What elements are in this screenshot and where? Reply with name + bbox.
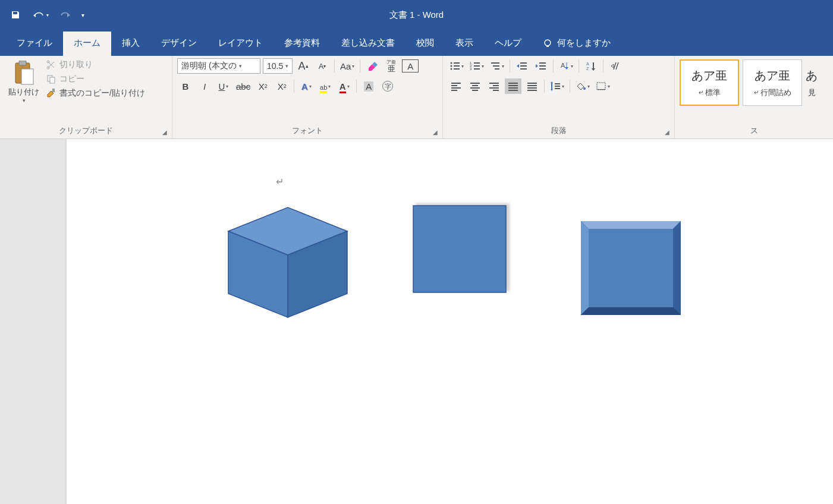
svg-text:A: A [586,62,589,66]
cut-button[interactable]: 切り取り [46,59,145,70]
tab-design[interactable]: デザイン [150,32,208,56]
svg-rect-47 [508,85,518,86]
svg-rect-39 [472,85,478,86]
clipboard-launcher[interactable]: ◢ [162,129,169,136]
tab-file[interactable]: ファイル [6,32,63,56]
distributed-button[interactable] [524,78,540,94]
copy-button[interactable]: コピー [46,74,145,84]
font-name-combo[interactable]: 游明朝 (本文の▾ [177,58,260,74]
tab-home[interactable]: ホーム [63,32,111,56]
svg-rect-34 [451,83,461,84]
tab-references[interactable]: 参考資料 [274,32,331,56]
sort-icon: AZ [586,61,596,71]
tell-me-label: 何をしますか [557,37,611,49]
text-effects-button[interactable]: A▾ [298,78,315,94]
ribbon: 貼り付け ▾ 切り取り コピー 書式のコピー/貼り付け クリップボード ◢ [0,56,833,139]
redo-button[interactable] [55,6,76,24]
change-case-button[interactable]: Aa▾ [338,58,356,74]
borders-button[interactable]: ▾ [594,78,612,94]
tab-mailings[interactable]: 差し込み文書 [331,32,406,56]
tab-help[interactable]: ヘルプ [484,32,532,56]
svg-rect-19 [474,65,480,67]
shape-square-bevel[interactable] [579,219,683,317]
text-direction-button[interactable]: A▾ [557,58,575,74]
line-spacing-button[interactable]: ▾ [548,78,566,94]
char-border-button[interactable]: A [402,59,419,73]
svg-rect-26 [520,65,527,67]
align-center-button[interactable] [467,78,483,94]
svg-rect-36 [451,87,461,89]
style-normal[interactable]: あア亜 ↵標準 [680,59,739,106]
bullets-button[interactable]: ▾ [448,58,466,74]
highlight-button[interactable]: ab▾ [317,78,334,94]
format-painter-button[interactable]: 書式のコピー/貼り付け [46,88,145,99]
enclose-char-button[interactable]: 字 [379,78,396,94]
italic-button[interactable]: I [196,78,213,94]
tab-insert[interactable]: 挿入 [111,32,150,56]
svg-rect-4 [21,69,33,84]
quick-access-toolbar: ▾ ▾ [0,6,90,24]
shading-button[interactable]: ▾ [574,78,592,94]
paste-label: 貼り付け [8,87,39,97]
svg-rect-41 [472,90,478,91]
group-label-styles: ス [680,123,828,137]
font-size-combo[interactable]: 10.5▾ [263,58,293,74]
svg-rect-43 [493,85,499,86]
save-button[interactable] [5,6,26,24]
font-color-button[interactable]: A▾ [336,78,353,94]
indent-icon [536,61,546,71]
window-title: 文書 1 - Word [389,10,444,21]
svg-text:3: 3 [470,67,472,71]
clear-formatting-button[interactable] [364,58,381,74]
align-justify-button[interactable] [505,78,521,94]
shape-cube[interactable] [222,196,353,320]
undo-button[interactable]: ▾ [30,6,51,24]
svg-rect-49 [508,90,518,91]
strikethrough-button[interactable]: abc [234,78,252,94]
lightbulb-icon [543,39,552,48]
text-direction-icon: A [559,61,570,71]
svg-rect-35 [451,85,457,86]
show-marks-button[interactable] [607,58,624,74]
svg-rect-15 [454,68,460,70]
underline-button[interactable]: U▾ [215,78,232,94]
svg-rect-21 [474,68,480,70]
paragraph-launcher[interactable]: ◢ [665,129,672,136]
svg-rect-17 [474,62,480,64]
svg-rect-29 [539,65,546,67]
paste-button[interactable]: 貼り付け ▾ [5,58,43,123]
char-shading-button[interactable]: A [360,78,377,94]
style-heading-partial[interactable]: あ 見 [806,59,818,106]
superscript-button[interactable]: X2 [274,78,290,94]
tab-review[interactable]: 校閲 [406,32,445,56]
tab-layout[interactable]: レイアウト [208,32,274,56]
decrease-indent-button[interactable] [514,58,530,74]
numbering-button[interactable]: 123▾ [468,58,486,74]
grow-font-button[interactable]: A▴ [295,58,312,74]
font-launcher[interactable]: ◢ [433,129,440,136]
subscript-button[interactable]: X2 [254,78,271,94]
svg-rect-58 [597,83,605,90]
align-right-button[interactable] [486,78,502,94]
tell-me-search[interactable]: 何をしますか [532,32,621,56]
shrink-font-button[interactable]: A▾ [314,58,331,74]
page[interactable]: ↵ [67,139,833,504]
qat-customize[interactable]: ▾ [80,12,86,18]
sort-button[interactable]: AZ [583,58,599,74]
svg-text:A: A [561,62,565,69]
style-no-spacing[interactable]: あア亜 ↵行間詰め [743,59,802,106]
align-left-button[interactable] [448,78,464,94]
shape-square-shadow[interactable] [408,199,515,300]
svg-point-14 [451,68,452,70]
svg-rect-28 [539,62,546,64]
copy-icon [46,74,56,84]
phonetic-guide-button[interactable]: ア亜亜 [383,58,400,74]
tab-view[interactable]: 表示 [445,32,484,56]
borders-icon [596,81,606,91]
group-label-font: フォント [177,123,438,137]
multilevel-list-button[interactable]: ▾ [488,58,506,74]
align-right-icon [489,81,499,91]
svg-rect-50 [527,83,537,84]
increase-indent-button[interactable] [533,58,549,74]
bold-button[interactable]: B [177,78,194,94]
